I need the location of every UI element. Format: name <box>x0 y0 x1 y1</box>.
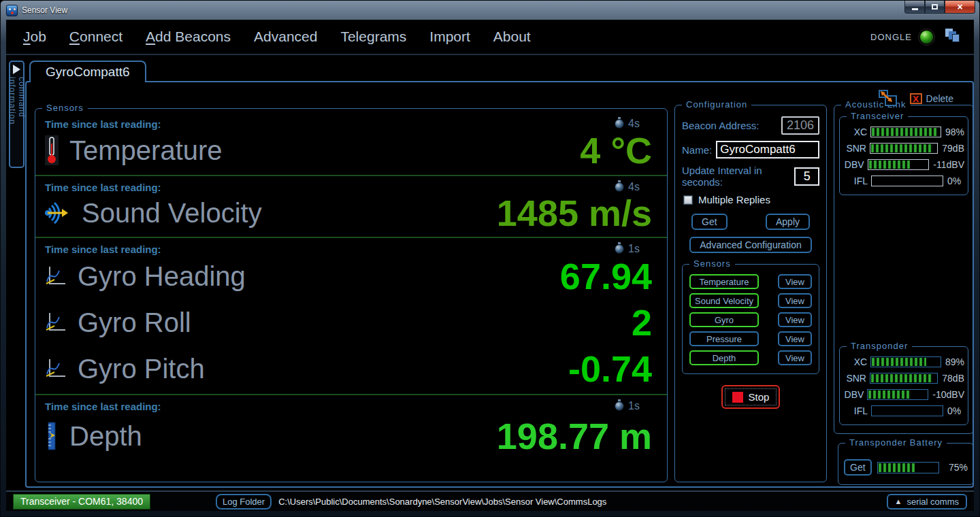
transponder-snr-row: SNR 78dB <box>843 373 964 384</box>
gyro-graph-icon <box>45 265 67 287</box>
command-information-label: command information <box>7 77 27 167</box>
depth-timer: 1s <box>615 400 640 412</box>
sensors-readings-group: Sensors Time since last reading: 4s <box>35 108 668 482</box>
tab-gyrocompatt6[interactable]: GyroCompatt6 <box>29 61 146 82</box>
maximize-button[interactable] <box>925 1 945 14</box>
view-button-temperature[interactable]: View <box>778 274 812 289</box>
transponder-group: Transponder XC 89% SNR 78dB DBV <box>839 346 968 425</box>
stopwatch-icon <box>615 401 624 411</box>
configuration-title: Configuration <box>682 99 751 110</box>
view-button-sound-velocity[interactable]: View <box>778 293 812 308</box>
view-button-pressure[interactable]: View <box>778 331 812 346</box>
get-button[interactable]: Get <box>691 214 728 230</box>
serial-comms-button[interactable]: ▲ serial comms <box>887 494 967 510</box>
name-input[interactable] <box>716 141 819 159</box>
sensor-chip-gyro[interactable]: Gyro <box>689 312 759 327</box>
cascade-windows-icon[interactable] <box>945 29 963 45</box>
apply-button[interactable]: Apply <box>766 214 810 230</box>
transponder-dbv-row: DBV -10dBV <box>843 389 964 400</box>
log-path-text: C:\Users\Public\Documents\Sonardyne\Sens… <box>278 497 606 507</box>
minimize-button[interactable] <box>904 1 925 14</box>
menu-job[interactable]: Job <box>23 29 46 45</box>
battery-get-button[interactable]: Get <box>844 459 872 476</box>
menu-about[interactable]: About <box>493 29 531 45</box>
menu-telegrams[interactable]: Telegrams <box>340 29 406 45</box>
menu-connect[interactable]: Connect <box>69 29 122 45</box>
delete-x-icon: X <box>910 93 922 104</box>
dbv-bar <box>868 159 930 170</box>
sensor-name: Gyro Roll <box>78 307 191 338</box>
depth-gauge-icon <box>45 421 59 451</box>
expand-arrow-icon <box>13 65 20 74</box>
advanced-configuration-button[interactable]: Advanced Configuration <box>689 237 811 253</box>
gyro-roll-row: Gyro Roll 2 <box>35 301 667 348</box>
sensor-name: Gyro Heading <box>78 261 246 292</box>
multiple-replies-label: Multiple Replies <box>698 194 770 205</box>
sensor-chip-temperature[interactable]: Temperature <box>689 274 759 289</box>
snr-bar <box>870 143 938 154</box>
view-button-depth[interactable]: View <box>778 350 812 365</box>
name-label: Name: <box>682 144 712 156</box>
thermometer-icon <box>45 135 59 165</box>
stop-button[interactable]: Stop <box>721 385 781 409</box>
gyro-heading-value: 67.94 <box>560 255 652 297</box>
dbv-bar <box>867 389 928 400</box>
transceiver-ifl-row: IFL 0% <box>843 176 964 186</box>
sound-velocity-row: Sound Velocity 1485 m/s <box>35 193 667 237</box>
temperature-section: Time since last reading: 4s <box>35 113 667 176</box>
sound-waves-icon <box>45 200 71 226</box>
ifl-bar <box>871 405 943 416</box>
stopwatch-icon <box>615 119 624 129</box>
tab-label: GyroCompatt6 <box>46 65 130 80</box>
battery-value: 75% <box>949 462 968 473</box>
config-sensors-group: Sensors Temperature View Sound Velocity … <box>682 264 819 374</box>
gyro-pitch-row: Gyro Pitch -0.74 <box>35 348 667 394</box>
delete-button[interactable]: X Delete <box>910 93 953 104</box>
close-button[interactable]: × <box>945 1 975 14</box>
view-button-gyro[interactable]: View <box>778 312 812 327</box>
transceiver-xc-row: XC 98% <box>843 127 964 137</box>
workspace: command information GyroCompatt6 <box>6 55 974 490</box>
sensors-group-title: Sensors <box>42 103 88 113</box>
temperature-value: 4 °C <box>580 129 652 171</box>
gyro-heading-row: Gyro Heading 67.94 <box>35 255 667 301</box>
gyro-section: Time since last reading: 1s <box>35 238 667 395</box>
sensor-chip-sound-velocity[interactable]: Sound Velocity <box>689 293 759 308</box>
sensor-name: Temperature <box>69 135 223 166</box>
temperature-row: Temperature 4 °C <box>35 130 667 175</box>
update-interval-value[interactable]: 5 <box>794 167 819 186</box>
popout-window-icon[interactable] <box>879 90 899 107</box>
transceiver-group: Transceiver XC 98% SNR 79dB DBV <box>839 116 968 195</box>
sensor-chip-depth[interactable]: Depth <box>689 350 759 365</box>
transponder-battery-group: Transponder Battery Get 75% <box>838 443 974 485</box>
multiple-replies-checkbox[interactable] <box>683 195 693 205</box>
gyro-graph-icon <box>45 312 67 333</box>
sound-velocity-section: Time since last reading: 4s <box>35 176 667 238</box>
menu-advanced[interactable]: Advanced <box>254 29 317 45</box>
menu-import[interactable]: Import <box>429 29 470 45</box>
ifl-bar <box>871 176 943 186</box>
sensor-chip-pressure[interactable]: Pressure <box>689 331 759 346</box>
transceiver-title: Transceiver <box>847 111 908 121</box>
transceiver-snr-row: SNR 79dB <box>843 143 964 154</box>
transponder-title: Transponder <box>847 341 912 351</box>
sensor-name: Depth <box>69 421 142 452</box>
menu-add-beacons[interactable]: Add Beacons <box>146 29 231 45</box>
transceiver-dbv-row: DBV -11dBV <box>843 159 964 170</box>
log-folder-button[interactable]: Log Folder <box>216 494 272 510</box>
sound-velocity-value: 1485 m/s <box>497 192 652 234</box>
xc-bar <box>870 356 941 367</box>
command-information-tab[interactable]: command information <box>9 61 24 168</box>
title-bar[interactable]: Sensor View × <box>1 1 979 20</box>
sensor-name: Gyro Pitch <box>78 354 205 384</box>
beacon-address-label: Beacon Address: <box>682 120 759 131</box>
dongle-label: DONGLE <box>870 32 912 42</box>
up-triangle-icon: ▲ <box>895 497 902 505</box>
gyro-graph-icon <box>45 358 67 380</box>
window-title: Sensor View <box>22 5 67 15</box>
stop-square-icon <box>732 392 743 403</box>
connection-status-badge: Transceiver - COM61, 38400 <box>13 494 150 510</box>
gyro-roll-value: 2 <box>632 301 652 344</box>
depth-row: Depth 198.77 m <box>35 412 667 464</box>
update-interval-label: Update Interval in seconds: <box>682 165 794 188</box>
